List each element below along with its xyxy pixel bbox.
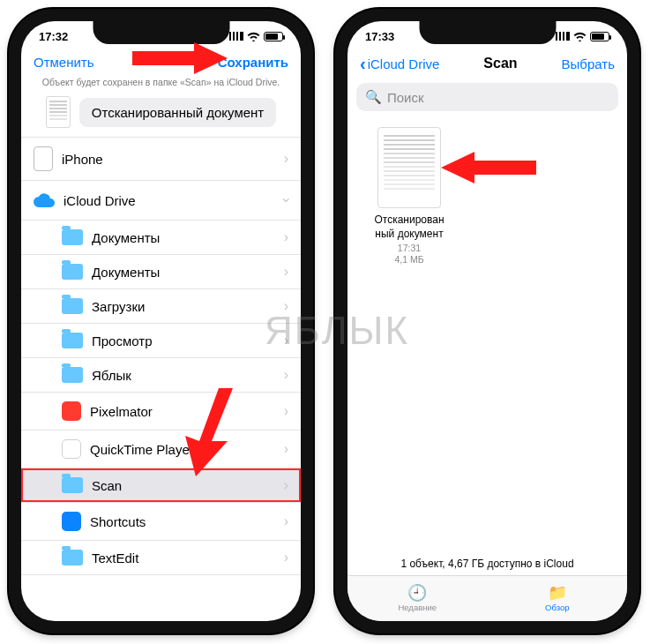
chevron-right-icon: › [284, 151, 288, 167]
tab-bar: 🕘 Недавние 📁 Обзор [347, 575, 627, 621]
location-iphone[interactable]: iPhone › [21, 138, 301, 181]
tab-browse[interactable]: 📁 Обзор [488, 576, 628, 621]
search-icon: 🔍 [365, 89, 382, 105]
folder-shortcuts[interactable]: Shortcuts › [21, 503, 301, 541]
file-item-scanned-doc[interactable]: Отсканирован ный документ 17:31 4,1 МБ [362, 127, 457, 266]
folder-documents-1[interactable]: Документы › [21, 221, 301, 255]
save-location-subtitle: Объект будет сохранен в папке «Scan» на … [21, 77, 301, 93]
tab-label: Недавние [398, 603, 437, 612]
app-icon-shortcuts [62, 512, 81, 531]
row-label: Pixelmator [90, 404, 153, 419]
nav-bar: Отменить Сохранить [21, 51, 301, 77]
row-label: QuickTime Player [90, 442, 194, 457]
filename-row: Отсканированный документ [21, 93, 301, 137]
chevron-right-icon: › [284, 264, 288, 280]
location-list: iPhone › iCloud Drive › Документы › [21, 137, 301, 575]
row-label: iPhone [62, 152, 103, 167]
clock-icon: 🕘 [407, 585, 427, 601]
screen-right: 17:33 ‹ iCloud Drive Scan Выбрать 🔍 Поис… [347, 21, 627, 621]
notch [419, 21, 556, 44]
cloud-icon [34, 190, 55, 211]
folder-textedit[interactable]: TextEdit › [21, 541, 301, 575]
folder-icon [62, 298, 83, 314]
row-label: iCloud Drive [64, 193, 136, 208]
folder-icon: 📁 [548, 585, 567, 601]
chevron-right-icon: › [284, 298, 288, 314]
row-label: Просмотр [92, 333, 153, 348]
signal-icon [229, 32, 243, 41]
tab-recent[interactable]: 🕘 Недавние [347, 576, 488, 621]
battery-icon [590, 32, 609, 41]
file-grid: Отсканирован ный документ 17:31 4,1 МБ [347, 118, 627, 275]
storage-info: 1 объект, 4,67 ГБ доступно в iCloud [347, 558, 627, 570]
row-label: Документы [92, 230, 160, 245]
chevron-right-icon: › [284, 477, 288, 493]
row-label: Документы [92, 265, 160, 280]
select-button[interactable]: Выбрать [562, 56, 615, 71]
folder-icon [62, 229, 83, 245]
battery-icon [264, 32, 283, 41]
wifi-icon [573, 32, 586, 41]
folder-preview[interactable]: Просмотр › [21, 324, 301, 358]
notch [93, 21, 229, 44]
folder-icon [62, 333, 83, 348]
document-thumb-icon [46, 96, 71, 128]
row-label: Shortcuts [90, 514, 146, 529]
screen-left: 17:32 Отменить Сохранить Объект будет со… [21, 21, 301, 621]
folder-icon [62, 367, 83, 383]
chevron-right-icon: › [284, 403, 288, 419]
folder-icon [62, 264, 83, 280]
tab-label: Обзор [545, 603, 569, 612]
folder-documents-2[interactable]: Документы › [21, 255, 301, 289]
row-label: Scan [92, 478, 122, 493]
save-button[interactable]: Сохранить [218, 55, 288, 70]
status-time: 17:33 [365, 30, 394, 43]
chevron-right-icon: › [284, 441, 288, 457]
phone-frame-right: 17:33 ‹ iCloud Drive Scan Выбрать 🔍 Поис… [335, 9, 639, 633]
cancel-button[interactable]: Отменить [34, 55, 94, 70]
chevron-right-icon: › [284, 550, 288, 565]
wifi-icon [247, 32, 260, 41]
chevron-left-icon: ‹ [360, 55, 366, 72]
file-time: 17:31 [362, 243, 457, 255]
folder-icon [62, 550, 83, 565]
search-placeholder: Поиск [387, 90, 424, 105]
file-name-line1: Отсканирован [362, 213, 457, 226]
row-label: Загрузки [92, 299, 145, 314]
document-thumb-icon [377, 127, 441, 208]
iphone-icon [34, 146, 53, 171]
row-label: TextEdit [92, 550, 138, 565]
folder-quicktime[interactable]: QuickTime Player › [21, 431, 301, 468]
signal-icon [556, 32, 570, 41]
app-icon-quicktime [62, 439, 81, 459]
nav-bar: ‹ iCloud Drive Scan Выбрать [347, 51, 627, 79]
app-icon-pixelmator [62, 401, 81, 421]
folder-yablyk[interactable]: Яблык › [21, 358, 301, 393]
folder-downloads[interactable]: Загрузки › [21, 289, 301, 324]
file-name-line2: ный документ [362, 228, 457, 240]
location-icloud-drive[interactable]: iCloud Drive › [21, 181, 301, 221]
phone-frame-left: 17:32 Отменить Сохранить Объект будет со… [9, 9, 313, 633]
row-label: Яблык [92, 368, 131, 383]
page-title: Scan [483, 56, 517, 71]
back-button[interactable]: ‹ iCloud Drive [360, 55, 439, 72]
chevron-right-icon: › [284, 229, 288, 245]
folder-icon [62, 477, 83, 493]
back-label: iCloud Drive [368, 56, 440, 71]
status-time: 17:32 [39, 30, 68, 43]
search-field[interactable]: 🔍 Поиск [356, 83, 618, 111]
folder-scan[interactable]: Scan › [21, 468, 301, 503]
file-size: 4,1 МБ [362, 254, 457, 266]
chevron-right-icon: › [284, 333, 288, 348]
chevron-right-icon: › [284, 367, 288, 383]
chevron-right-icon: › [284, 513, 288, 529]
filename-input[interactable]: Отсканированный документ [79, 98, 276, 127]
chevron-down-icon: › [278, 198, 294, 202]
folder-pixelmator[interactable]: Pixelmator › [21, 393, 301, 431]
